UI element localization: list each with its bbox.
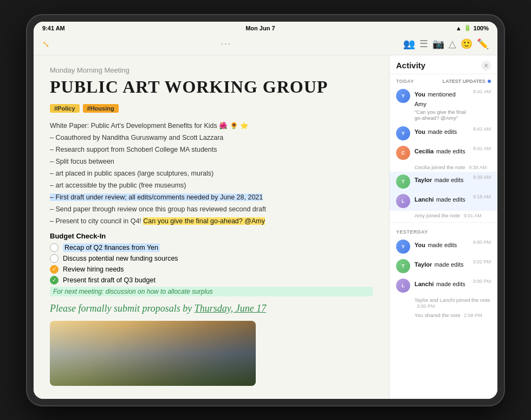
- bullet-4: – art accessible by the public (free mus…: [50, 180, 373, 191]
- activity-name-2: Cecilia: [415, 148, 433, 154]
- yesterday-label: YESTERDAY: [396, 229, 428, 235]
- activity-action-2: made edits: [436, 148, 465, 154]
- checklist-text-0: Recap of Q2 finances from Yen: [63, 243, 160, 252]
- activity-time-3: 9:30 AM: [473, 175, 491, 180]
- avatar-cecilia-0: C: [396, 146, 410, 160]
- system-text-0: Cecilia joined the note: [415, 164, 465, 170]
- battery-icon: 🔋: [464, 24, 471, 31]
- system-time-3: 2:58 PM: [464, 313, 482, 318]
- activity-quote-0: "Can you give the final go-ahead? @Amy": [415, 109, 469, 121]
- checkbox-3[interactable]: ✓: [50, 276, 59, 285]
- bullet-1: – Research support from Schoberl College…: [50, 144, 373, 155]
- camera-icon[interactable]: 📷: [432, 38, 444, 50]
- activity-time-6: 3:02 PM: [472, 259, 491, 264]
- collapse-icon[interactable]: ⤡: [42, 39, 49, 49]
- latest-updates-text: LATEST UPDATES: [443, 79, 485, 84]
- system-time-1: 9:01 AM: [464, 213, 482, 218]
- checklist-icon[interactable]: ☰: [419, 38, 428, 50]
- toolbar-center: ···: [221, 39, 231, 49]
- mention-line: – Present to city council in Q4! Can you…: [50, 216, 373, 227]
- battery-level: 100%: [474, 25, 489, 31]
- checklist-item-2[interactable]: ✓ Review hiring needs: [50, 265, 373, 274]
- activity-item-taylor-edits-0: T Taylor made edits 9:30 AM: [390, 172, 497, 191]
- activity-body[interactable]: TODAY LATEST UPDATES Y You mentioned Amy…: [390, 74, 497, 399]
- activity-time-0: 9:41 AM: [473, 89, 491, 94]
- budget-section: Budget Check-In Recap of Q2 finances fro…: [50, 232, 373, 296]
- status-right: ▲ 🔋 100%: [456, 24, 489, 31]
- avatar-taylor-yesterday: T: [396, 259, 410, 273]
- tag-policy[interactable]: #Policy: [50, 104, 80, 113]
- avatar-you-1: Y: [396, 126, 410, 140]
- activity-content-6: Taylor made edits: [415, 259, 468, 269]
- highlight-blue-text: – First draft under review; all edits/co…: [50, 193, 263, 201]
- budget-title: Budget Check-In: [50, 232, 373, 240]
- status-time: 9:41 AM: [42, 25, 65, 31]
- highlight-yellow-text: Can you give the final go-ahead? @Amy: [143, 217, 265, 225]
- activity-header: Activity ×: [390, 55, 497, 74]
- checklist-item-3[interactable]: ✓ Present first draft of Q3 budget: [50, 276, 373, 285]
- activity-action-7: made edits: [436, 281, 465, 287]
- checkbox-2[interactable]: ✓: [50, 265, 59, 274]
- avatar-taylor-0: T: [396, 175, 410, 189]
- activity-name-1: You: [415, 128, 425, 135]
- checklist-item-1[interactable]: Discuss potential new funding sources: [50, 254, 373, 263]
- today-section-label: TODAY LATEST UPDATES: [390, 74, 497, 86]
- edit-icon[interactable]: ✏️: [477, 38, 489, 50]
- italic-note: For next meeting: discussion on how to a…: [50, 287, 373, 296]
- toolbar-right: 👥 ☰ 📷 △ 🙂 ✏️: [403, 38, 489, 50]
- proposal-text: Please formally submit proposals by Thur…: [50, 303, 373, 314]
- activity-time-1: 9:41 AM: [473, 126, 491, 132]
- note-title: PUBLIC ART WORKING GROUP: [50, 77, 373, 96]
- activity-content-3: Taylor made edits: [415, 175, 469, 184]
- activity-name-4: Lanchi: [415, 196, 433, 203]
- section-divider: [390, 222, 497, 223]
- blue-dot-indicator: [488, 80, 491, 83]
- people-icon[interactable]: 👥: [403, 38, 415, 50]
- note-area[interactable]: Monday Morning Meeting PUBLIC ART WORKIN…: [34, 55, 389, 399]
- system-text-2: Taylor and Lanchi joined the note: [415, 297, 490, 303]
- system-text-3: You shared the note: [415, 312, 461, 318]
- checklist-text-1: Discuss potential new funding sources: [63, 255, 178, 262]
- bullet-3: – art placed in public spaces (large scu…: [50, 168, 373, 179]
- activity-name-7: Lanchi: [415, 281, 433, 287]
- tags-container: #Policy #Housing: [50, 104, 373, 113]
- activity-content-2: Cecilia made edits: [415, 146, 469, 156]
- wifi-icon: ▲: [456, 25, 462, 31]
- activity-system-shared: You shared the note 2:58 PM: [390, 311, 497, 320]
- avatar-you-0: Y: [396, 89, 410, 103]
- system-time-2: 3:00 PM: [417, 303, 435, 309]
- latest-updates-label[interactable]: LATEST UPDATES: [443, 79, 491, 84]
- toolbar: ⤡ ··· 👥 ☰ 📷 △ 🙂 ✏️: [34, 35, 497, 55]
- note-image: [50, 321, 256, 386]
- main-area: Monday Morning Meeting PUBLIC ART WORKIN…: [34, 55, 497, 399]
- activity-content-4: Lanchi made edits: [415, 194, 469, 204]
- activity-action-3: made edits: [435, 177, 464, 183]
- ipad-frame: 9:41 AM Mon Jun 7 ▲ 🔋 100% ⤡ ··· 👥 ☰ 📷 △…: [27, 15, 504, 405]
- avatar-you-yesterday: Y: [396, 240, 410, 254]
- activity-item-you-mentioned: Y You mentioned Amy "Can you give the fi…: [390, 86, 497, 124]
- close-activity-button[interactable]: ×: [481, 61, 491, 70]
- activity-content-5: You made edits: [415, 240, 468, 249]
- activity-content-7: Lanchi made edits: [415, 279, 468, 288]
- activity-system-taylor-lanchi-joined: Taylor and Lanchi joined the note 3:00 P…: [390, 295, 497, 311]
- activity-system-amy-joined: Amy joined the note 9:01 AM: [390, 211, 497, 220]
- activity-system-cecilia-joined: Cecilia joined the note 9:38 AM: [390, 163, 497, 172]
- today-label: TODAY: [396, 79, 414, 84]
- activity-name-5: You: [415, 242, 425, 248]
- bullet-0: – Coauthored by Nanditha Guruswamy and S…: [50, 132, 373, 143]
- tag-housing[interactable]: #Housing: [83, 104, 119, 113]
- activity-name-6: Taylor: [415, 261, 432, 268]
- activity-action-1: made edits: [428, 128, 457, 135]
- emoji-icon[interactable]: 🙂: [461, 38, 472, 50]
- paper-title: White Paper: Public Art's Development Be…: [50, 120, 373, 131]
- markup-icon[interactable]: △: [449, 38, 456, 50]
- checklist-text-3: Present first draft of Q3 budget: [63, 276, 156, 284]
- more-options-icon[interactable]: ···: [221, 39, 231, 49]
- checkbox-1[interactable]: [50, 254, 59, 263]
- activity-item-lanchi-edits-0: L Lanchi made edits 9:15 AM: [390, 191, 497, 211]
- activity-name-0: You: [415, 91, 425, 98]
- status-date: Mon Jun 7: [245, 25, 275, 31]
- checkbox-0[interactable]: [50, 243, 59, 252]
- checklist-item-0[interactable]: Recap of Q2 finances from Yen: [50, 243, 373, 252]
- toolbar-left: ⤡: [42, 39, 49, 49]
